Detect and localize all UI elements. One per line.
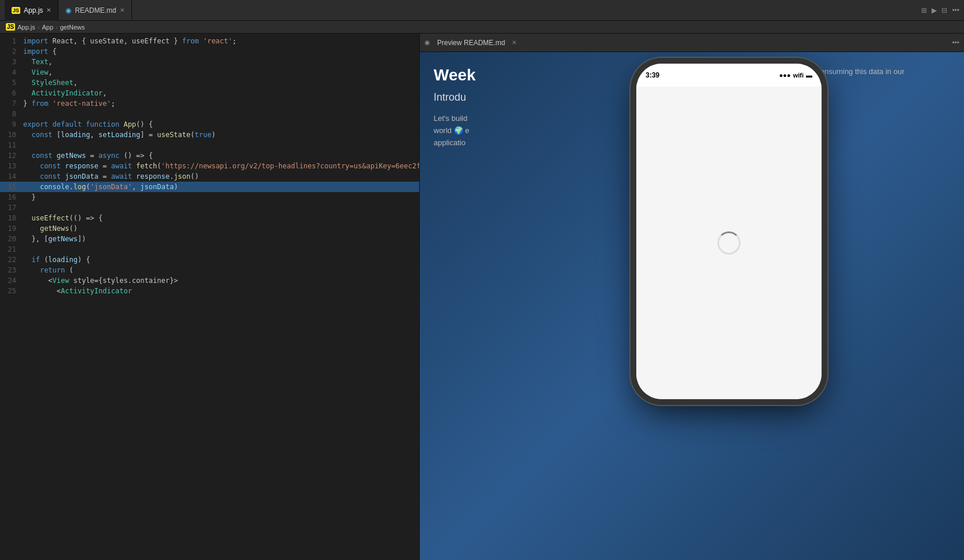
phone-status-bar: 3:39 ●●● wifi ▬	[636, 64, 822, 87]
top-tabbar: JS App.js ✕ ◉ README.md ✕ ⊞ ▶ ⊟ •••	[0, 0, 964, 21]
code-line: 7 } from 'react-native';	[0, 98, 419, 109]
code-editor: 1 import React, { useState, useEffect } …	[0, 34, 420, 560]
code-line: 12 const getNews = async () => {	[0, 150, 419, 161]
code-line: 24 <View style={styles.container}>	[0, 275, 419, 286]
preview-area: ◉ Preview README.md ✕ ••• Week Introdu L…	[420, 34, 964, 560]
breadcrumb-app[interactable]: App	[42, 24, 53, 31]
phone-content	[636, 87, 822, 399]
code-line: 2 import {	[0, 46, 419, 57]
code-line: 17	[0, 202, 419, 213]
preview-tab-label: ◉	[424, 39, 430, 46]
breadcrumb-icon: JS	[6, 23, 15, 31]
phone-time: 3:39	[646, 71, 659, 79]
code-line: 11	[0, 140, 419, 150]
phone-mockup: 3:39 ●●● wifi ▬	[636, 64, 822, 399]
tab-readme-close[interactable]: ✕	[120, 7, 124, 13]
code-line: 9 export default function App() {	[0, 119, 419, 130]
code-line: 6 ActivityIndicator,	[0, 88, 419, 98]
loading-spinner	[717, 231, 741, 255]
breadcrumb-appjs[interactable]: App.js	[17, 24, 35, 31]
battery-icon: ▬	[806, 72, 812, 79]
split-icon[interactable]: ⊞	[921, 6, 927, 14]
breadcrumb: JS App.js › App › getNews	[0, 21, 964, 34]
more-icon[interactable]: •••	[952, 6, 959, 14]
layout-icon[interactable]: ⊟	[941, 6, 947, 14]
signal-icon: ●●●	[779, 72, 791, 79]
phone-status-right: ●●● wifi ▬	[779, 72, 812, 79]
code-line: 14 const jsonData = await response.json(…	[0, 171, 419, 182]
preview-tab-right: •••	[952, 39, 959, 47]
preview-content: Week Introdu Let's build world 🌍 e appli…	[420, 52, 964, 560]
code-line: 13 const response = await fetch('https:/…	[0, 161, 419, 171]
code-line: 8	[0, 109, 419, 119]
readme-background: Week Introdu Let's build world 🌍 e appli…	[420, 52, 964, 560]
preview-more-icon[interactable]: •••	[952, 39, 959, 47]
code-line-highlighted: 15 console.log('jsonData', jsonData)	[0, 182, 419, 192]
preview-tab[interactable]: Preview README.md	[432, 39, 510, 47]
code-lines: 1 import React, { useState, useEffect } …	[0, 34, 419, 560]
code-line: 21	[0, 244, 419, 255]
code-line: 1 import React, { useState, useEffect } …	[0, 36, 419, 46]
code-line: 5 StyleSheet,	[0, 78, 419, 88]
code-line: 20 }, [getNews])	[0, 234, 419, 244]
js-icon: JS	[12, 7, 20, 14]
md-icon: ◉	[65, 6, 71, 14]
tab-appjs-close[interactable]: ✕	[46, 7, 51, 13]
code-line: 23 return (	[0, 265, 419, 275]
code-line: 19 getNews()	[0, 223, 419, 234]
tab-appjs[interactable]: JS App.js ✕	[5, 0, 58, 21]
preview-tabbar: ◉ Preview README.md ✕ •••	[420, 34, 964, 52]
code-line: 18 useEffect(() => {	[0, 213, 419, 223]
code-line: 16 }	[0, 192, 419, 202]
code-line: 3 Text,	[0, 57, 419, 67]
tab-readme-label: README.md	[75, 6, 116, 14]
main-layout: 1 import React, { useState, useEffect } …	[0, 34, 964, 560]
breadcrumb-getnews[interactable]: getNews	[60, 24, 85, 31]
code-line: 22 if (loading) {	[0, 255, 419, 265]
tab-appjs-label: App.js	[24, 6, 43, 14]
code-line: 25 <ActivityIndicator	[0, 286, 419, 296]
code-line: 4 View,	[0, 67, 419, 78]
preview-tab-close[interactable]: ✕	[512, 39, 516, 46]
tab-readme[interactable]: ◉ README.md ✕	[58, 0, 131, 21]
wifi-icon: wifi	[793, 72, 804, 79]
topbar-right-icons: ⊞ ▶ ⊟ •••	[921, 6, 959, 14]
play-icon[interactable]: ▶	[932, 6, 937, 14]
code-line: 10 const [loading, setLoading] = useStat…	[0, 130, 419, 140]
